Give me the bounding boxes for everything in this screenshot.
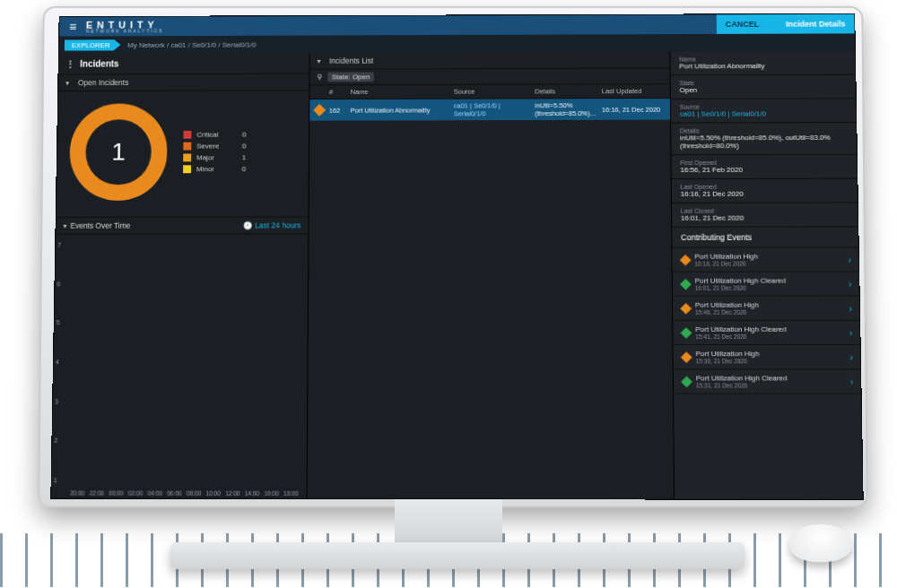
event-timestamp: 15:31, 21 Dec 2020 <box>696 382 788 388</box>
details-title: Incident Details <box>786 20 846 29</box>
table-row[interactable]: 162 Port Utilization Abnormality ca01 | … <box>309 99 670 121</box>
col-header[interactable]: # <box>329 88 345 96</box>
monitor-base <box>170 542 745 569</box>
state-filter-chip[interactable]: State: Open <box>327 72 374 82</box>
table-header: #NameSourceDetailsLast Updated <box>309 84 670 99</box>
chevron-right-icon: › <box>849 327 853 337</box>
explorer-button[interactable]: EXPLORER <box>65 39 121 51</box>
incidents-donut: 1 <box>69 103 168 201</box>
detail-field: First Opened16:56, 21 Feb 2020 <box>671 155 857 179</box>
detail-field: NamePort Utilization Abnormality <box>670 51 855 75</box>
severity-icon <box>680 327 692 339</box>
severity-icon <box>680 254 692 265</box>
incident-details-panel: NamePort Utilization AbnormalityStateOpe… <box>670 51 862 499</box>
time-range[interactable]: 🕘 Last 24 hours <box>243 220 301 229</box>
brand-sub: NETWORK ANALYTICS <box>86 29 164 33</box>
col-header[interactable]: Last Updated <box>602 87 665 95</box>
incidents-title: ⋮ Incidents <box>58 53 309 74</box>
event-timestamp: 15:36, 21 Dec 2020 <box>696 358 760 364</box>
severity-legend: CriticalSevereMajorMinor <box>183 131 219 173</box>
open-incidents-panel: 1 CriticalSevereMajorMinor 0010 <box>57 91 309 217</box>
event-title: Port Utilization High Cleared <box>695 325 787 333</box>
menu-icon[interactable]: ≡ <box>59 20 86 34</box>
breadcrumb[interactable]: My Network / ca01 / Se0/1/0 / Serial0/1/… <box>127 40 256 48</box>
incidents-list-panel: Incidents List ⚲ State: Open #NameSource… <box>307 52 675 499</box>
chevron-right-icon: › <box>849 279 852 289</box>
legend-count: 0 <box>242 131 246 139</box>
open-incidents-heading[interactable]: Open Incidents <box>58 74 309 91</box>
contributing-event[interactable]: Port Utilization High Cleared15:41, 21 D… <box>673 321 860 345</box>
row-source: ca01 | Se0/1/0 | Serial0/1/0 <box>454 101 530 117</box>
legend-item: Critical <box>183 131 219 139</box>
chevron-right-icon: › <box>850 376 854 386</box>
event-timestamp: 16:16, 21 Dec 2020 <box>694 261 758 267</box>
event-title: Port Utilization High Cleared <box>696 374 788 382</box>
event-timestamp: 15:41, 21 Dec 2020 <box>695 333 787 340</box>
mouse <box>789 524 852 562</box>
event-title: Port Utilization High <box>694 253 758 261</box>
event-timestamp: 16:01, 21 Dec 2020 <box>695 285 786 291</box>
col-header[interactable] <box>315 88 324 96</box>
severity-icon <box>680 278 692 290</box>
legend-item: Major <box>183 153 219 161</box>
event-title: Port Utilization High <box>696 350 760 358</box>
detail-field: Last Closed16:01, 21 Dec 2020 <box>672 203 858 227</box>
chevron-right-icon: › <box>849 303 852 313</box>
row-updated: 16:16, 21 Dec 2020 <box>602 105 665 113</box>
list-icon: ⋮ <box>65 59 74 69</box>
severity-counts: 0010 <box>242 131 247 173</box>
severity-icon <box>681 351 692 363</box>
filter-icon[interactable]: ⚲ <box>317 74 322 82</box>
severity-icon <box>313 104 326 117</box>
row-name: Port Utilization Abnormality <box>351 106 448 114</box>
severity-icon <box>680 302 692 314</box>
event-title: Port Utilization High <box>695 301 759 309</box>
incidents-list-heading[interactable]: Incidents List <box>309 52 669 70</box>
col-header[interactable]: Name <box>351 88 448 96</box>
contributing-event[interactable]: Port Utilization High16:16, 21 Dec 2020› <box>672 247 858 272</box>
event-title: Port Utilization High Cleared <box>695 277 786 285</box>
contributing-event[interactable]: Port Utilization High15:36, 21 Dec 2020› <box>673 345 860 369</box>
filter-bar: ⚲ State: Open <box>309 68 669 85</box>
legend-item: Minor <box>183 165 219 173</box>
contributing-events-heading: Contributing Events <box>672 227 858 247</box>
event-timestamp: 15:46, 21 Dec 2020 <box>695 309 759 316</box>
donut-value: 1 <box>69 103 168 201</box>
col-header[interactable]: Source <box>454 88 529 96</box>
incident-details-header: CANCEL Incident Details <box>717 14 855 34</box>
col-header[interactable]: Details <box>535 87 597 95</box>
chevron-right-icon: › <box>848 255 851 264</box>
legend-count: 0 <box>242 165 246 173</box>
detail-field: DetailsinUtil=5.50% (threshold=85.0%), o… <box>671 123 857 155</box>
top-bar: ≡ ENTUITY NETWORK ANALYTICS CANCEL Incid… <box>59 14 854 37</box>
left-column: ⋮ Incidents Open Incidents 1 CriticalSev… <box>51 53 309 498</box>
legend-count: 0 <box>242 142 246 150</box>
app-screen: ≡ ENTUITY NETWORK ANALYTICS CANCEL Incid… <box>51 14 862 499</box>
legend-item: Severe <box>183 143 219 151</box>
legend-count: 1 <box>242 153 246 161</box>
contributing-event[interactable]: Port Utilization High Cleared15:31, 21 D… <box>673 369 860 393</box>
contributing-event[interactable]: Port Utilization High Cleared16:01, 21 D… <box>672 272 858 297</box>
detail-field: StateOpen <box>670 75 855 99</box>
detail-field: Last Opened16:16, 21 Dec 2020 <box>671 179 857 203</box>
events-chart: 7654321 20:0022:0000:0002:0004:0006:0008… <box>51 234 308 498</box>
brand: ENTUITY NETWORK ANALYTICS <box>86 20 164 33</box>
detail-field: Sourceca01 | Se0/1/0 | Serial0/1/0 <box>671 99 857 123</box>
events-title[interactable]: Events Over Time <box>63 221 130 230</box>
row-details: inUtil=5.50% (threshold=85.0%)… <box>535 101 597 117</box>
severity-icon <box>681 376 692 387</box>
row-number: 162 <box>329 106 345 114</box>
events-over-time-header: Events Over Time 🕘 Last 24 hours <box>56 216 308 234</box>
cancel-button[interactable]: CANCEL <box>726 20 759 29</box>
chevron-right-icon: › <box>849 352 853 362</box>
contributing-event[interactable]: Port Utilization High15:46, 21 Dec 2020› <box>673 297 859 321</box>
